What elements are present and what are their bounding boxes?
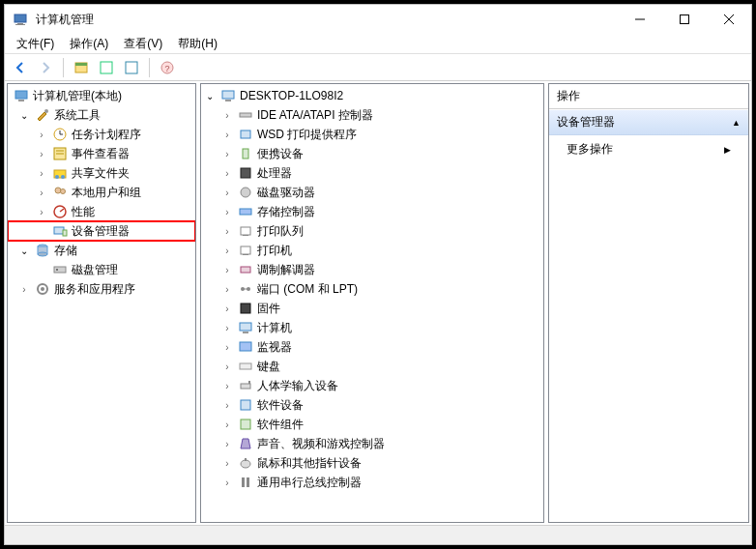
device-category-row[interactable]: ›处理器 — [201, 163, 543, 183]
svg-point-26 — [61, 189, 66, 194]
device-category-icon — [238, 339, 253, 355]
maximize-button[interactable] — [662, 5, 707, 34]
expander-icon[interactable]: › — [35, 147, 48, 160]
svg-rect-13 — [15, 91, 27, 99]
device-category-row[interactable]: ›人体学输入设备 — [201, 376, 543, 395]
expander-icon[interactable]: › — [220, 147, 234, 160]
device-category-row[interactable]: ›存储控制器 — [201, 202, 543, 221]
device-category-row[interactable]: ›键盘 — [201, 357, 543, 376]
expander-icon[interactable]: › — [220, 166, 234, 180]
device-category-row[interactable]: ›计算机 — [201, 318, 543, 337]
device-category-row[interactable]: ›WSD 打印提供程序 — [201, 125, 543, 144]
expander-icon[interactable]: › — [17, 282, 31, 296]
expander-icon[interactable]: › — [220, 224, 234, 238]
disk-icon — [52, 262, 68, 277]
svg-rect-55 — [240, 323, 251, 331]
computer-mgmt-icon — [14, 88, 29, 103]
refresh-button[interactable] — [120, 56, 143, 79]
device-category-row[interactable]: ›便携设备 — [201, 144, 543, 163]
svg-rect-45 — [240, 209, 251, 215]
expander-icon[interactable]: › — [35, 166, 48, 180]
menu-view[interactable]: 查看(V) — [116, 34, 170, 54]
tree-local-users[interactable]: › 本地用户和组 — [8, 183, 195, 202]
tree-task-scheduler[interactable]: › 任务计划程序 — [8, 125, 195, 144]
expander-icon[interactable]: ⌄ — [17, 108, 31, 122]
expander-icon[interactable]: › — [220, 128, 234, 141]
expander-icon[interactable]: › — [220, 321, 234, 334]
tree-event-viewer[interactable]: › 事件查看器 — [8, 144, 195, 163]
computer-icon — [220, 88, 236, 103]
svg-rect-61 — [241, 400, 250, 410]
svg-rect-66 — [247, 477, 249, 487]
device-category-icon — [238, 397, 253, 413]
close-button[interactable] — [707, 5, 751, 34]
tree-device-manager[interactable]: 设备管理器 — [8, 221, 195, 241]
forward-button[interactable] — [34, 56, 57, 79]
device-category-icon — [238, 359, 253, 374]
properties-button[interactable] — [95, 56, 118, 79]
svg-rect-57 — [240, 342, 251, 351]
tree-storage[interactable]: ⌄ 存储 — [8, 241, 195, 260]
tree-root[interactable]: 计算机管理(本地) — [8, 86, 195, 105]
device-category-row[interactable]: ›调制解调器 — [201, 260, 543, 279]
expander-icon[interactable]: › — [220, 418, 234, 431]
tree-performance[interactable]: › 性能 — [8, 202, 195, 221]
actions-section[interactable]: 设备管理器 ▲ — [549, 109, 748, 135]
tree-shared-folders[interactable]: › 共享文件夹 — [8, 163, 195, 183]
menu-file[interactable]: 文件(F) — [9, 34, 62, 54]
show-hide-tree-button[interactable] — [70, 56, 93, 79]
menu-help[interactable]: 帮助(H) — [170, 34, 225, 54]
svg-rect-1 — [17, 23, 23, 24]
device-category-row[interactable]: ›鼠标和其他指针设备 — [201, 453, 543, 473]
expander-icon[interactable]: › — [220, 282, 234, 296]
users-icon — [52, 185, 68, 200]
expander-icon[interactable]: › — [220, 456, 234, 470]
expander-icon[interactable]: › — [220, 108, 234, 122]
device-category-row[interactable]: ›磁盘驱动器 — [201, 183, 543, 202]
console-tree-pane[interactable]: 计算机管理(本地) ⌄ 系统工具 › 任务计划程序 › 事件查看器 — [7, 83, 196, 523]
help-button[interactable]: ? — [156, 56, 179, 79]
expander-icon[interactable]: › — [35, 128, 48, 141]
expander-icon[interactable]: › — [220, 244, 234, 257]
expander-icon[interactable]: › — [220, 437, 234, 450]
collapse-icon[interactable]: ▲ — [732, 118, 741, 128]
device-tree-pane[interactable]: ⌄ DESKTOP-1LO98I2 ›IDE ATA/ATAPI 控制器›WSD… — [200, 83, 544, 523]
event-icon — [52, 146, 68, 161]
device-category-row[interactable]: ›监视器 — [201, 337, 543, 357]
minimize-button[interactable] — [618, 5, 662, 34]
device-category-row[interactable]: ›软件组件 — [201, 415, 543, 434]
expander-icon[interactable]: › — [220, 398, 234, 412]
expander-icon[interactable]: › — [220, 360, 234, 373]
tree-system-tools[interactable]: ⌄ 系统工具 — [8, 105, 195, 125]
expander-icon[interactable]: › — [35, 186, 48, 199]
device-category-row[interactable]: ›IDE ATA/ATAPI 控制器 — [201, 105, 543, 125]
menu-action[interactable]: 操作(A) — [62, 34, 116, 54]
svg-rect-42 — [243, 149, 248, 159]
expander-icon[interactable]: › — [220, 263, 234, 276]
device-category-row[interactable]: ›打印机 — [201, 241, 543, 260]
expander-icon[interactable]: › — [220, 379, 234, 392]
device-host-row[interactable]: ⌄ DESKTOP-1LO98I2 — [201, 86, 543, 105]
back-button[interactable] — [9, 56, 32, 79]
expander-icon[interactable]: › — [220, 340, 234, 354]
expander-icon[interactable]: › — [220, 186, 234, 199]
tree-services-apps[interactable]: › 服务和应用程序 — [8, 279, 195, 299]
expander-icon[interactable]: › — [35, 205, 48, 218]
action-more[interactable]: 更多操作 ▶ — [549, 135, 748, 163]
titlebar: 计算机管理 — [5, 5, 751, 34]
expander-icon[interactable]: › — [220, 476, 234, 489]
device-category-icon — [238, 127, 253, 142]
expander-icon[interactable]: › — [220, 302, 234, 315]
folder-share-icon — [52, 165, 68, 181]
device-category-row[interactable]: ›打印队列 — [201, 221, 543, 241]
device-category-row[interactable]: ›声音、视频和游戏控制器 — [201, 434, 543, 453]
expander-icon[interactable]: ⌄ — [17, 244, 31, 257]
device-category-row[interactable]: ›固件 — [201, 299, 543, 318]
device-category-row[interactable]: ›软件设备 — [201, 395, 543, 415]
device-category-row[interactable]: ›通用串行总线控制器 — [201, 473, 543, 492]
expander-icon[interactable]: › — [220, 205, 234, 218]
tree-disk-management[interactable]: 磁盘管理 — [8, 260, 195, 279]
device-category-row[interactable]: ›端口 (COM 和 LPT) — [201, 279, 543, 299]
svg-rect-40 — [240, 113, 251, 117]
expander-icon[interactable]: ⌄ — [203, 89, 217, 102]
